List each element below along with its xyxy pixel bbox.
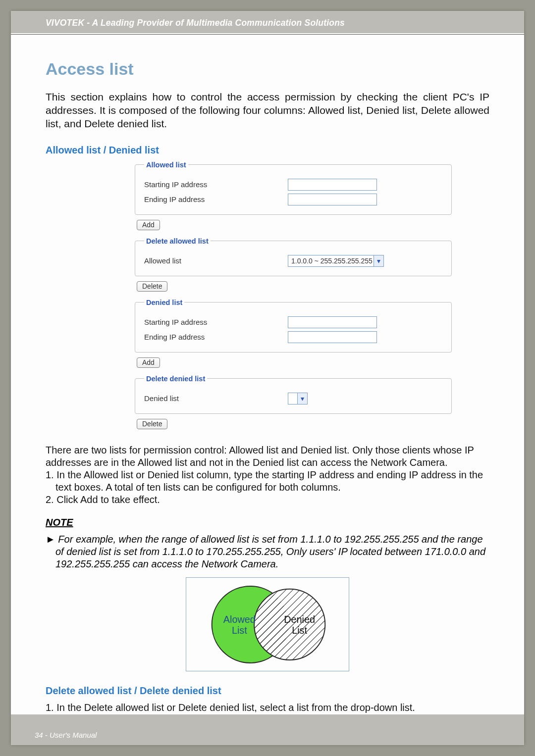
ending-ip-label: Ending IP address	[144, 333, 288, 341]
denied-list-label: Denied list	[144, 394, 288, 403]
allowed-list-fieldset: Allowed list Starting IP address Ending …	[135, 161, 452, 215]
venn-right-label-2: List	[292, 625, 307, 636]
two-lists-paragraph: There are two lists for permission contr…	[46, 444, 489, 469]
page-title: Access list	[46, 59, 489, 79]
venn-diagram-wrap: Alowed List Denied List	[46, 577, 489, 671]
starting-ip-label: Starting IP address	[144, 180, 288, 189]
denied-list-legend: Denied list	[144, 299, 184, 306]
add-button[interactable]: Add	[137, 357, 160, 368]
delete-denied-fieldset: Delete denied list Denied list ▾	[135, 375, 452, 414]
denied-ending-ip-input[interactable]	[288, 331, 377, 343]
venn-diagram: Alowed List Denied List	[186, 577, 349, 671]
denied-list-select[interactable]: ▾	[288, 393, 308, 404]
header-band: VIVOTEK - A Leading Provider of Multimed…	[11, 11, 524, 33]
venn-left-label-1: Alowed	[223, 614, 256, 625]
ending-ip-input[interactable]	[288, 194, 377, 205]
config-panels: Allowed list Starting IP address Ending …	[135, 161, 452, 436]
note-body: ► For example, when the range of allowed…	[46, 533, 489, 570]
footer-band	[11, 714, 524, 745]
add-button[interactable]: Add	[137, 220, 160, 230]
content: Access list This section explains how to…	[46, 35, 489, 726]
footer-text: 34 - User's Manual	[35, 731, 97, 739]
brand-line: VIVOTEK - A Leading Provider of Multimed…	[46, 18, 489, 28]
allowed-list-label: Allowed list	[144, 256, 288, 265]
step-2: 2. Click Add to take effect.	[46, 494, 489, 506]
step-1: 1. In the Allowed list or Denied list co…	[46, 469, 489, 494]
denied-starting-ip-input[interactable]	[288, 316, 377, 328]
venn-left-label-2: List	[232, 625, 247, 636]
subheading-allowed-denied: Allowed list / Denied list	[46, 145, 489, 156]
delete-button[interactable]: Delete	[137, 281, 167, 292]
note-heading: NOTE	[46, 517, 489, 528]
intro-paragraph: This section explains how to control the…	[46, 91, 489, 131]
delete-allowed-legend: Delete allowed list	[144, 237, 211, 245]
venn-right-label-1: Denied	[284, 614, 315, 625]
page: VIVOTEK - A Leading Provider of Multimed…	[11, 11, 524, 745]
starting-ip-label: Starting IP address	[144, 318, 288, 326]
allowed-list-selected: 1.0.0.0 ~ 255.255.255.255	[291, 257, 373, 265]
delete-step-1: 1. In the Delete allowed list or Delete …	[46, 702, 489, 714]
delete-button[interactable]: Delete	[137, 419, 167, 429]
denied-list-fieldset: Denied list Starting IP address Ending I…	[135, 299, 452, 353]
ending-ip-label: Ending IP address	[144, 195, 288, 203]
delete-allowed-fieldset: Delete allowed list Allowed list 1.0.0.0…	[135, 237, 452, 276]
starting-ip-input[interactable]	[288, 179, 377, 191]
delete-denied-legend: Delete denied list	[144, 375, 207, 383]
allowed-list-select[interactable]: 1.0.0.0 ~ 255.255.255.255 ▾	[288, 255, 384, 267]
allowed-list-legend: Allowed list	[144, 161, 188, 169]
chevron-down-icon: ▾	[374, 255, 383, 266]
subheading-delete: Delete allowed list / Delete denied list	[46, 685, 489, 697]
chevron-down-icon: ▾	[297, 393, 307, 404]
